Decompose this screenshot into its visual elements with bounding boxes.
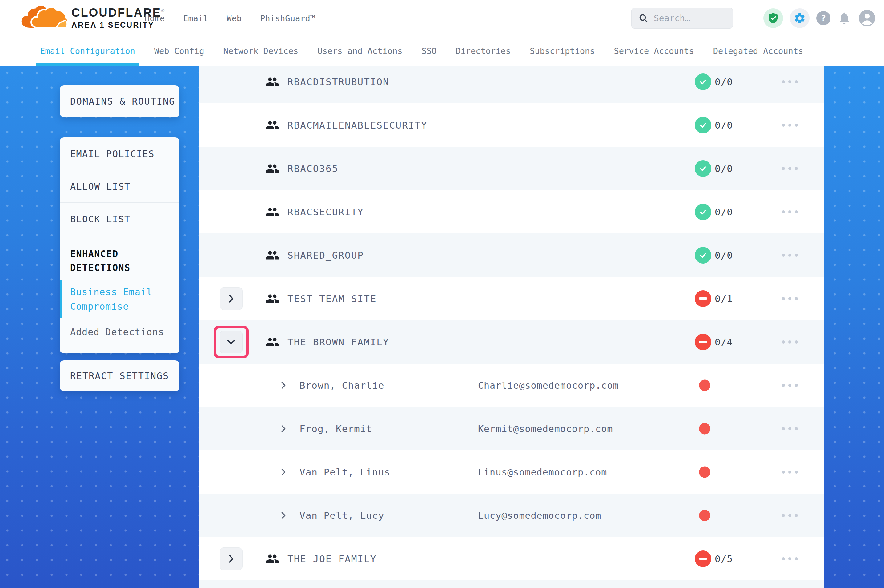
tab-service-accounts[interactable]: Service Accounts bbox=[614, 36, 694, 66]
row-menu-button[interactable] bbox=[779, 294, 801, 303]
settings-gear-icon[interactable] bbox=[790, 8, 809, 28]
status-blocked-dot bbox=[699, 423, 710, 434]
member-chevron-right-icon[interactable] bbox=[280, 468, 287, 476]
group-name: RBACO365 bbox=[287, 163, 338, 174]
row-menu-button[interactable] bbox=[779, 77, 801, 86]
group-name: RBACDISTRUBUTION bbox=[287, 76, 389, 87]
search-input[interactable] bbox=[654, 13, 726, 23]
row-menu-button[interactable] bbox=[779, 554, 801, 563]
table-row-group: RBACMAILENABLESECURITY 0/0 bbox=[199, 104, 824, 147]
topnav-web[interactable]: Web bbox=[227, 14, 242, 23]
member-count: 0/0 bbox=[715, 76, 733, 87]
tab-subscriptions[interactable]: Subscriptions bbox=[530, 36, 595, 66]
highlight-box bbox=[213, 326, 249, 358]
shield-check-icon[interactable] bbox=[763, 8, 783, 28]
domains-routing-label: DOMAINS & ROUTING bbox=[60, 96, 175, 107]
user-avatar-icon[interactable] bbox=[858, 9, 876, 27]
member-count: 0/0 bbox=[715, 163, 733, 174]
status-pass-icon bbox=[695, 160, 711, 177]
status-pass-icon bbox=[695, 117, 711, 134]
member-name: Van Pelt, Lucy bbox=[299, 510, 384, 521]
sidebar-section-enhanced-detections: ENHANCED DETECTIONS bbox=[60, 235, 179, 276]
member-email: Charlie@somedemocorp.com bbox=[478, 380, 619, 391]
tab-delegated-accounts[interactable]: Delegated Accounts bbox=[713, 36, 803, 66]
tab-network-devices[interactable]: Network Devices bbox=[223, 36, 298, 66]
member-chevron-right-icon[interactable] bbox=[280, 425, 287, 433]
tab-sso[interactable]: SSO bbox=[422, 36, 437, 66]
member-chevron-right-icon[interactable] bbox=[280, 381, 287, 389]
tab-web-config[interactable]: Web Config bbox=[154, 36, 204, 66]
cloudflare-cloud-icon bbox=[19, 4, 68, 32]
search-icon bbox=[638, 13, 648, 23]
table-row-group: RBACDISTRUBUTION 0/0 bbox=[199, 66, 824, 104]
member-chevron-right-icon[interactable] bbox=[280, 512, 287, 519]
page-body: DOMAINS & ROUTING EMAIL POLICIES ALLOW L… bbox=[0, 66, 884, 588]
table-row-group: THE JOE FAMILY 0/5 bbox=[199, 537, 824, 580]
header-icon-cluster: ? bbox=[763, 0, 876, 36]
sidebar-item-added-detections[interactable]: Added Detections bbox=[60, 321, 179, 345]
sidebar-item-retract-settings[interactable]: RETRACT SETTINGS bbox=[60, 360, 179, 391]
tab-users-and-actions[interactable]: Users and Actions bbox=[317, 36, 402, 66]
group-name: RBACSECURITY bbox=[287, 206, 364, 218]
table-row-group: TEST TEAM SITE 0/1 bbox=[199, 277, 824, 320]
row-menu-button[interactable] bbox=[779, 338, 801, 346]
status-pass-icon bbox=[695, 74, 711, 90]
member-count: 0/0 bbox=[715, 120, 733, 131]
member-count: 0/1 bbox=[715, 293, 733, 304]
search-box[interactable] bbox=[631, 8, 733, 28]
status-pass-icon bbox=[695, 247, 711, 264]
row-menu-button[interactable] bbox=[779, 511, 801, 520]
row-menu-button[interactable] bbox=[779, 164, 801, 173]
status-blocked-dot bbox=[699, 510, 710, 521]
cloudflare-logo: CLOUDFLARE® AREA 1 SECURITY bbox=[19, 4, 165, 32]
sidebar-item-block-list[interactable]: BLOCK LIST bbox=[60, 202, 179, 235]
member-count: 0/0 bbox=[715, 250, 733, 261]
expand-chevron-right-button[interactable] bbox=[220, 548, 242, 570]
row-menu-button[interactable] bbox=[779, 424, 801, 433]
help-icon[interactable]: ? bbox=[816, 11, 830, 25]
group-name: SHARED_GROUP bbox=[287, 250, 364, 261]
topnav-phishguard[interactable]: PhishGuard™ bbox=[260, 14, 315, 23]
group-people-icon bbox=[265, 162, 280, 176]
sidebar-item-email-policies[interactable]: EMAIL POLICIES bbox=[60, 138, 179, 170]
topnav-email[interactable]: Email bbox=[183, 14, 208, 23]
sidebar-item-business-email-compromise[interactable]: Business Email Compromise bbox=[60, 276, 179, 321]
notifications-bell-icon[interactable] bbox=[837, 11, 851, 25]
row-menu-button[interactable] bbox=[779, 468, 801, 477]
member-count: 0/5 bbox=[715, 553, 733, 564]
group-name: THE BROWN FAMILY bbox=[287, 336, 389, 348]
sidebar-item-allow-list[interactable]: ALLOW LIST bbox=[60, 170, 179, 202]
topnav-home[interactable]: Home bbox=[145, 14, 165, 23]
row-menu-button[interactable] bbox=[779, 381, 801, 390]
row-menu-button[interactable] bbox=[779, 120, 801, 130]
group-people-icon bbox=[265, 291, 280, 306]
table-row-partial bbox=[199, 580, 824, 588]
group-people-icon bbox=[265, 75, 280, 89]
tab-email-configuration[interactable]: Email Configuration bbox=[40, 36, 135, 66]
sidebar-item-domains-routing[interactable]: DOMAINS & ROUTING bbox=[60, 86, 179, 117]
row-menu-button[interactable] bbox=[779, 207, 801, 216]
collapse-chevron-down-button[interactable] bbox=[220, 331, 242, 353]
expand-chevron-right-button[interactable] bbox=[220, 287, 242, 310]
status-blocked-dot bbox=[699, 380, 710, 391]
status-pass-icon bbox=[695, 204, 711, 220]
active-item-indicator bbox=[60, 279, 62, 318]
table-row-member: Van Pelt, Linus Linus@somedemocorp.com bbox=[199, 450, 824, 494]
member-count: 0/4 bbox=[715, 336, 733, 348]
group-people-icon bbox=[265, 205, 280, 219]
row-menu-button[interactable] bbox=[779, 250, 801, 260]
status-blocked-icon bbox=[695, 334, 711, 350]
member-name: Brown, Charlie bbox=[299, 380, 384, 391]
group-name: THE JOE FAMILY bbox=[287, 553, 376, 564]
settings-tab-bar: Email Configuration Web Config Network D… bbox=[0, 36, 884, 66]
retract-settings-label: RETRACT SETTINGS bbox=[60, 370, 169, 381]
group-people-icon bbox=[265, 248, 280, 262]
tab-directories[interactable]: Directories bbox=[456, 36, 511, 66]
groups-list-panel: RBACDISTRUBUTION 0/0 RBACMAILENABLESECUR… bbox=[199, 66, 824, 588]
member-name: Van Pelt, Linus bbox=[299, 466, 390, 478]
table-row-member: Van Pelt, Lucy Lucy@somedemocorp.com bbox=[199, 494, 824, 537]
group-people-icon bbox=[265, 118, 280, 132]
member-email: Lucy@somedemocorp.com bbox=[478, 510, 601, 520]
sidebar-policies-card: EMAIL POLICIES ALLOW LIST BLOCK LIST ENH… bbox=[60, 138, 179, 353]
table-row-group: SHARED_GROUP 0/0 bbox=[199, 233, 824, 277]
